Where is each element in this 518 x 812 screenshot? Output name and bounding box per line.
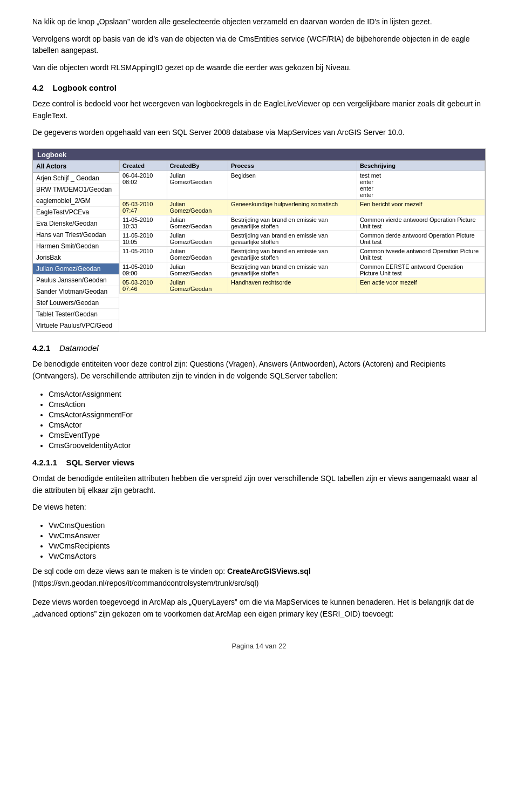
actor-item[interactable]: BRW TM/DEMO1/Geodan xyxy=(33,184,119,195)
logbook-widget: Logboek All Actors Arjen Schijf _ Geodan… xyxy=(32,148,486,332)
list-item: CmsAction xyxy=(49,400,486,409)
section-421: 4.2.1 Datamodel De benodigde entiteiten … xyxy=(32,342,486,382)
cell-process: Handhaven rechtsorde xyxy=(228,278,357,294)
table-row[interactable]: 11-05-2010 10:05Julian Gomez/GeodanBestr… xyxy=(120,231,485,247)
actor-item[interactable]: Eva Dienske/Geodan xyxy=(33,218,119,229)
sql-link-paragraph: De sql code om deze views aan te maken i… xyxy=(32,566,486,589)
cell-process: Geneeskundige hulpverlening somatisch xyxy=(228,200,357,215)
logbook-table: Created CreatedBy Process Beschrijving 0… xyxy=(119,160,485,294)
actor-item[interactable]: Paulus Janssen/Geodan xyxy=(33,275,119,286)
cell-createdby: Julian Gomez/Geodan xyxy=(167,200,228,215)
list-item: CmsActorAssignment xyxy=(49,390,486,398)
section-421-heading: 4.2.1 Datamodel xyxy=(32,342,486,354)
logbook-inner: All Actors Arjen Schijf _ GeodanBRW TM/D… xyxy=(33,160,485,331)
logbook-all-actors-header[interactable]: All Actors xyxy=(33,160,119,173)
table-header-row: Created CreatedBy Process Beschrijving xyxy=(120,161,485,171)
cell-beschrijving: Common derde antwoord Operation Picture … xyxy=(357,231,485,247)
cell-createdby: Julian Gomez/Geodan xyxy=(167,247,228,262)
cell-createdby: Julian Gomez/Geodan xyxy=(167,231,228,247)
cell-process: Begidsen xyxy=(228,171,357,200)
cell-created: 11-05-2010 10:33 xyxy=(120,215,167,231)
section-42-heading: 4.2 Logbook control xyxy=(32,82,486,94)
list-item: CmsActor xyxy=(49,421,486,429)
cell-beschrijving: Een bericht voor mezelf xyxy=(357,200,485,215)
cell-beschrijving: Common vierde antwoord Operation Picture… xyxy=(357,215,485,231)
cell-createdby: Julian Gomez/Geodan xyxy=(167,262,228,278)
actor-item[interactable]: JorisBak xyxy=(33,252,119,263)
cell-process: Bestrijding van brand en emissie van gev… xyxy=(228,231,357,247)
table-row[interactable]: 11-05-2010Julian Gomez/GeodanBestrijding… xyxy=(120,247,485,262)
list-item: CmsActorAssignmentFor xyxy=(49,410,486,419)
cell-createdby: Julian Gomez/Geodan xyxy=(167,215,228,231)
actor-item[interactable]: Arjen Schijf _ Geodan xyxy=(33,173,119,184)
sql-link-block: De sql code om deze views aan te maken i… xyxy=(32,566,486,589)
section-42: 4.2 Logbook control Deze control is bedo… xyxy=(32,82,486,139)
list-item: VwCmsRecipients xyxy=(49,542,486,550)
logbook-titlebar: Logboek xyxy=(33,149,485,160)
paragraph-1: Na klik op de knop „Opslaan” worden alle… xyxy=(32,16,486,74)
table-row[interactable]: 11-05-2010 09:00Julian Gomez/GeodanBestr… xyxy=(120,262,485,278)
view-items-list: VwCmsQuestionVwCmsAnswerVwCmsRecipientsV… xyxy=(49,521,486,560)
logbook-actors-panel: All Actors Arjen Schijf _ GeodanBRW TM/D… xyxy=(33,160,119,331)
cell-process: Bestrijding van brand en emissie van gev… xyxy=(228,215,357,231)
table-row[interactable]: 11-05-2010 10:33Julian Gomez/GeodanBestr… xyxy=(120,215,485,231)
list-item: VwCmsAnswer xyxy=(49,531,486,540)
cell-process: Bestrijding van brand en emissie van gev… xyxy=(228,262,357,278)
cell-created: 06-04-2010 08:02 xyxy=(120,171,167,200)
cell-created: 11-05-2010 09:00 xyxy=(120,262,167,278)
list-item: VwCmsQuestion xyxy=(49,521,486,530)
cell-createdby: Julian Gomez/Geodan xyxy=(167,171,228,200)
col-createdby: CreatedBy xyxy=(167,161,228,171)
col-created: Created xyxy=(120,161,167,171)
list-item: CmsGrooveIdentityActor xyxy=(49,441,486,450)
cell-created: 11-05-2010 10:05 xyxy=(120,231,167,247)
table-row[interactable]: 05-03-2010 07:47Julian Gomez/GeodanGenee… xyxy=(120,200,485,215)
col-process: Process xyxy=(228,161,357,171)
cell-beschrijving: Een actie voor mezelf xyxy=(357,278,485,294)
cell-beschrijving: test met enter enter enter xyxy=(357,171,485,200)
actor-item[interactable]: eaglemobiel_2/GM xyxy=(33,195,119,207)
actor-item[interactable]: Harmen Smit/Geodan xyxy=(33,241,119,252)
list-item: VwCmsActors xyxy=(49,552,486,560)
cell-process: Bestrijding van brand en emissie van gev… xyxy=(228,247,357,262)
final-paragraph: Deze views worden toegevoegd in ArcMap a… xyxy=(32,597,486,620)
actor-item[interactable]: Julian Gomez/Geodan xyxy=(33,263,119,275)
cell-created: 05-03-2010 07:46 xyxy=(120,278,167,294)
table-row[interactable]: 05-03-2010 07:46Julian Gomez/GeodanHandh… xyxy=(120,278,485,294)
section-4211-heading: 4.2.1.1 SQL Server views xyxy=(32,456,486,469)
db-items-list: CmsActorAssignmentCmsActionCmsActorAssig… xyxy=(49,390,486,450)
cell-beschrijving: Common EERSTE antwoord Operation Picture… xyxy=(357,262,485,278)
cell-created: 05-03-2010 07:47 xyxy=(120,200,167,215)
list-item: CmsEventType xyxy=(49,431,486,439)
cell-created: 11-05-2010 xyxy=(120,247,167,262)
actor-item[interactable]: Virtuele Paulus/VPC/Geod xyxy=(33,320,119,331)
cell-createdby: Julian Gomez/Geodan xyxy=(167,278,228,294)
actor-item[interactable]: EagleTestVPCEva xyxy=(33,207,119,218)
logbook-table-panel: Created CreatedBy Process Beschrijving 0… xyxy=(119,160,485,331)
cell-beschrijving: Common tweede antwoord Operation Picture… xyxy=(357,247,485,262)
actor-item[interactable]: Tablet Tester/Geodan xyxy=(33,309,119,320)
table-row[interactable]: 06-04-2010 08:02Julian Gomez/GeodanBegid… xyxy=(120,171,485,200)
actor-item[interactable]: Hans van Triest/Geodan xyxy=(33,229,119,241)
page-content: Na klik op de knop „Opslaan” worden alle… xyxy=(32,16,486,620)
page-footer: Pagina 14 van 22 xyxy=(32,642,486,650)
actor-item[interactable]: Sander Vlotman/Geodan xyxy=(33,286,119,297)
actor-item[interactable]: Stef Louwers/Geodan xyxy=(33,297,119,309)
actors-list: Arjen Schijf _ GeodanBRW TM/DEMO1/Geodan… xyxy=(33,173,119,331)
section-4211: 4.2.1.1 SQL Server views Omdat de benodi… xyxy=(32,456,486,513)
logbook-body: 06-04-2010 08:02Julian Gomez/GeodanBegid… xyxy=(120,171,485,294)
col-beschrijving: Beschrijving xyxy=(357,161,485,171)
